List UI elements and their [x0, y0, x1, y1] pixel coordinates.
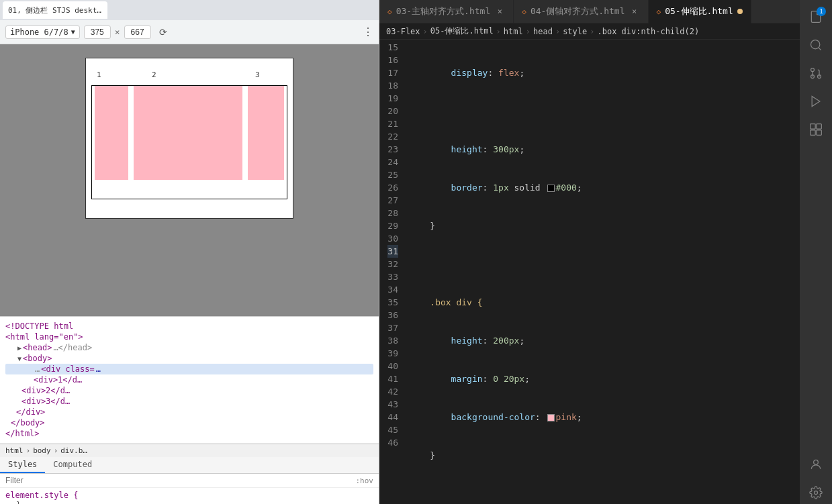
device-selector[interactable]: iPhone 6/7/8 ▼	[5, 26, 80, 39]
browser-devtools-panel: 01, 侧边栏 STJS desktop/head/05-flex/05-伸缩比…	[0, 0, 379, 504]
tab-modified-dot	[737, 9, 743, 14]
code-line-22: height: 200px;	[409, 334, 832, 347]
tree-line-head[interactable]: ▶ <head>…</head>	[5, 342, 373, 353]
svg-rect-6	[811, 124, 816, 130]
preview-child-1	[95, 86, 128, 180]
rotate-button[interactable]: ⟳	[155, 24, 171, 40]
svg-rect-7	[817, 124, 822, 130]
div-label-3: 3	[255, 70, 260, 79]
line-numbers: 15 16 17 18 19 20 21 22 23 24 25 26 27 2…	[379, 40, 404, 504]
browser-tab-bar: 01, 侧边栏 STJS desktop/head/05-flex/05-伸缩比…	[0, 0, 379, 20]
tree-line-body[interactable]: ▼ <body>	[5, 353, 373, 364]
tab-close-04[interactable]: ×	[629, 6, 640, 17]
activity-icon-git[interactable]	[804, 62, 827, 85]
tab-close-03[interactable]: ×	[494, 6, 505, 17]
code-line-21: .box div {	[409, 296, 832, 309]
code-content[interactable]: display: flex; height: 300px; border: 1p…	[404, 40, 832, 504]
device-chevron-icon: ▼	[71, 28, 75, 36]
browser-tab[interactable]: 01, 侧边栏 STJS desktop/head/05-flex/05-伸缩比…	[3, 1, 107, 19]
activity-icon-files[interactable]: 1	[804, 5, 827, 28]
tree-line-body-close: </body>	[5, 417, 373, 428]
tab-label-04: 04-侧轴对齐方式.html	[530, 5, 625, 17]
code-line-24: background-color: pink;	[409, 411, 832, 423]
bc-html[interactable]: html	[504, 27, 523, 36]
width-input[interactable]	[84, 26, 111, 39]
filter-pseudo[interactable]: :hov	[356, 476, 374, 485]
code-line-16	[409, 105, 832, 117]
tree-line-div2[interactable]: <div>2</d…	[5, 385, 373, 396]
vscode-breadcrumb: 03-Flex › 05-伸缩比.html › html › head › st…	[379, 23, 832, 40]
more-options-button[interactable]: ⋮	[363, 26, 373, 38]
tree-line-div-close: </div>	[5, 407, 373, 417]
vscode-tab-04[interactable]: ◇ 04-侧轴对齐方式.html ×	[514, 0, 648, 23]
code-line-25: }	[409, 449, 832, 462]
preview-child-3	[248, 86, 284, 180]
svg-point-0	[811, 40, 820, 49]
tree-line-div3[interactable]: <div>3</d…	[5, 396, 373, 407]
bc-style[interactable]: style	[563, 27, 587, 36]
vscode-panel: ◇ 03-主轴对齐方式.html × ◇ 04-侧轴对齐方式.html × ◇ …	[379, 0, 832, 504]
dimension-separator: ×	[115, 27, 120, 37]
vscode-tab-03[interactable]: ◇ 03-主轴对齐方式.html ×	[379, 0, 514, 23]
code-line-18: border: 1px solid #000;	[409, 181, 832, 194]
preview-flex-box	[91, 85, 287, 199]
bc-file[interactable]: 05-伸缩比.html	[430, 26, 494, 37]
css-closing-brace: }	[5, 500, 373, 504]
filter-bar: :hov	[0, 474, 379, 488]
devtools-panel: <!DOCTYPE html <html lang="en"> ▶ <head>…	[0, 316, 379, 504]
tree-line-html: <html lang="en">	[5, 332, 373, 342]
css-rule-element: element.style { }	[0, 488, 379, 504]
preview-area: 1 2 3	[0, 44, 379, 316]
tab-icon-03: ◇	[387, 7, 392, 16]
filter-input[interactable]	[5, 476, 353, 485]
code-line-26	[409, 487, 832, 500]
breadcrumb-sep2: ›	[54, 446, 58, 455]
html-tree: <!DOCTYPE html <html lang="en"> ▶ <head>…	[0, 317, 379, 444]
code-line-20	[409, 258, 832, 270]
tree-line-div1[interactable]: <div>1</d…	[5, 374, 373, 385]
breadcrumb-sep1: ›	[26, 446, 31, 455]
vscode-tab-bar: ◇ 03-主轴对齐方式.html × ◇ 04-侧轴对齐方式.html × ◇ …	[379, 0, 832, 23]
css-rules: element.style { } .box { 05 display: fle…	[0, 488, 379, 504]
tab-icon-04: ◇	[522, 7, 526, 16]
breadcrumb-body[interactable]: body	[33, 446, 51, 455]
svg-point-11	[815, 491, 818, 495]
css-selector-element: element.style {	[5, 491, 78, 500]
div-label-2: 2	[152, 70, 156, 79]
preview-frame: 1 2 3	[85, 58, 293, 219]
bc-flex[interactable]: 03-Flex	[386, 27, 420, 36]
bc-head[interactable]: head	[533, 27, 553, 36]
activity-icon-run[interactable]	[804, 90, 827, 113]
breadcrumb-div[interactable]: div.b…	[60, 446, 87, 455]
code-line-17: height: 300px;	[409, 143, 832, 156]
code-editor[interactable]: 15 16 17 18 19 20 21 22 23 24 25 26 27 2…	[379, 40, 832, 504]
svg-line-1	[819, 48, 821, 50]
tree-line-div-selected[interactable]: … <div class=…	[5, 364, 373, 374]
svg-marker-5	[812, 97, 820, 107]
svg-rect-8	[811, 130, 816, 136]
activity-icon-settings[interactable]	[804, 481, 827, 504]
activity-icon-search[interactable]	[804, 34, 827, 56]
files-badge: 1	[817, 7, 826, 16]
preview-child-2	[134, 86, 242, 180]
tab-computed[interactable]: Computed	[45, 457, 100, 473]
devtools-tabs: Styles Computed	[0, 457, 379, 474]
svg-point-10	[814, 460, 819, 464]
vscode-tab-05[interactable]: ◇ 05-伸缩比.html	[649, 0, 751, 23]
bc-selector[interactable]: .box div:nth-child(2)	[597, 27, 699, 36]
tab-styles[interactable]: Styles	[0, 457, 45, 473]
activity-icon-extensions[interactable]	[804, 118, 827, 141]
svg-rect-9	[817, 130, 822, 136]
height-input[interactable]	[124, 26, 151, 39]
code-line-15: display: flex;	[409, 66, 832, 79]
activity-icon-avatar[interactable]	[804, 453, 827, 476]
code-line-19: }	[409, 219, 832, 232]
tree-line-html-close: </html>	[5, 428, 373, 439]
browser-toolbar: iPhone 6/7/8 ▼ × ⟳ ⋮	[0, 20, 379, 44]
breadcrumb-html[interactable]: html	[5, 446, 24, 455]
div-label-1: 1	[97, 70, 101, 79]
tab-label-05: 05-伸缩比.html	[665, 5, 733, 17]
tab-label-03: 03-主轴对齐方式.html	[396, 5, 491, 17]
activity-bar: 1	[800, 0, 832, 504]
tab-label: 01, 侧边栏 STJS desktop/head/05-flex/05-伸缩比…	[8, 5, 102, 15]
